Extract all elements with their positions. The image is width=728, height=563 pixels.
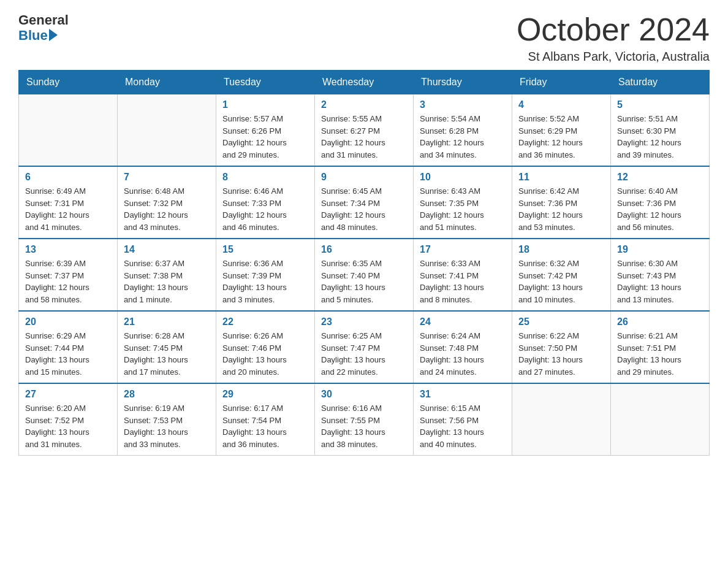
calendar-cell: 24Sunrise: 6:24 AM Sunset: 7:48 PM Dayli… <box>414 311 512 383</box>
day-info: Sunrise: 6:46 AM Sunset: 7:33 PM Dayligh… <box>222 185 308 233</box>
day-number: 15 <box>222 244 308 255</box>
calendar-cell: 5Sunrise: 5:51 AM Sunset: 6:30 PM Daylig… <box>611 94 710 167</box>
day-info: Sunrise: 6:36 AM Sunset: 7:39 PM Dayligh… <box>222 258 308 305</box>
day-info: Sunrise: 5:55 AM Sunset: 6:27 PM Dayligh… <box>321 113 407 161</box>
day-number: 31 <box>420 389 506 400</box>
day-number: 25 <box>518 316 604 327</box>
calendar-week-row: 6Sunrise: 6:49 AM Sunset: 7:31 PM Daylig… <box>19 166 710 239</box>
day-info: Sunrise: 6:20 AM Sunset: 7:52 PM Dayligh… <box>25 402 111 450</box>
calendar-cell: 11Sunrise: 6:42 AM Sunset: 7:36 PM Dayli… <box>512 166 611 239</box>
day-number: 6 <box>25 172 111 183</box>
day-info: Sunrise: 6:29 AM Sunset: 7:44 PM Dayligh… <box>25 330 111 378</box>
day-info: Sunrise: 6:25 AM Sunset: 7:47 PM Dayligh… <box>321 330 407 378</box>
day-number: 13 <box>25 244 111 255</box>
page-header: General Blue October 2024 St Albans Park… <box>18 12 710 64</box>
logo-arrow-icon <box>49 29 58 41</box>
day-info: Sunrise: 6:45 AM Sunset: 7:34 PM Dayligh… <box>321 185 407 233</box>
location-subtitle: St Albans Park, Victoria, Australia <box>517 50 710 64</box>
calendar-cell: 6Sunrise: 6:49 AM Sunset: 7:31 PM Daylig… <box>19 166 118 239</box>
calendar-cell: 25Sunrise: 6:22 AM Sunset: 7:50 PM Dayli… <box>512 311 611 383</box>
day-number: 5 <box>617 99 703 110</box>
day-number: 14 <box>124 244 210 255</box>
calendar-header-monday: Monday <box>118 71 216 94</box>
day-number: 27 <box>25 389 111 400</box>
calendar-cell: 21Sunrise: 6:28 AM Sunset: 7:45 PM Dayli… <box>118 311 216 383</box>
day-number: 19 <box>617 244 703 255</box>
day-number: 23 <box>321 316 407 327</box>
calendar-cell: 17Sunrise: 6:33 AM Sunset: 7:41 PM Dayli… <box>414 239 512 311</box>
day-number: 20 <box>25 316 111 327</box>
day-info: Sunrise: 6:35 AM Sunset: 7:40 PM Dayligh… <box>321 258 407 305</box>
logo-general: General <box>18 12 69 28</box>
day-info: Sunrise: 6:28 AM Sunset: 7:45 PM Dayligh… <box>124 330 210 378</box>
day-number: 10 <box>420 172 506 183</box>
calendar-cell: 14Sunrise: 6:37 AM Sunset: 7:38 PM Dayli… <box>118 239 216 311</box>
calendar-header-wednesday: Wednesday <box>315 71 414 94</box>
calendar-week-row: 13Sunrise: 6:39 AM Sunset: 7:37 PM Dayli… <box>19 239 710 311</box>
calendar-cell: 19Sunrise: 6:30 AM Sunset: 7:43 PM Dayli… <box>611 239 710 311</box>
day-number: 1 <box>222 99 308 110</box>
calendar-week-row: 1Sunrise: 5:57 AM Sunset: 6:26 PM Daylig… <box>19 94 710 167</box>
day-info: Sunrise: 6:16 AM Sunset: 7:55 PM Dayligh… <box>321 402 407 450</box>
calendar-header-saturday: Saturday <box>611 71 710 94</box>
calendar-cell <box>118 94 216 167</box>
calendar-cell: 29Sunrise: 6:17 AM Sunset: 7:54 PM Dayli… <box>216 383 315 456</box>
day-number: 3 <box>420 99 506 110</box>
day-info: Sunrise: 6:43 AM Sunset: 7:35 PM Dayligh… <box>420 185 506 233</box>
day-number: 17 <box>420 244 506 255</box>
calendar-cell: 31Sunrise: 6:15 AM Sunset: 7:56 PM Dayli… <box>414 383 512 456</box>
logo: General Blue <box>18 12 69 44</box>
calendar-header-sunday: Sunday <box>19 71 118 94</box>
calendar-header-thursday: Thursday <box>414 71 512 94</box>
calendar-cell: 28Sunrise: 6:19 AM Sunset: 7:53 PM Dayli… <box>118 383 216 456</box>
day-number: 22 <box>222 316 308 327</box>
calendar-cell: 3Sunrise: 5:54 AM Sunset: 6:28 PM Daylig… <box>414 94 512 167</box>
day-info: Sunrise: 6:17 AM Sunset: 7:54 PM Dayligh… <box>222 402 308 450</box>
day-info: Sunrise: 6:30 AM Sunset: 7:43 PM Dayligh… <box>617 258 703 305</box>
day-number: 7 <box>124 172 210 183</box>
calendar-table: SundayMondayTuesdayWednesdayThursdayFrid… <box>18 70 710 456</box>
day-info: Sunrise: 6:40 AM Sunset: 7:36 PM Dayligh… <box>617 185 703 233</box>
day-info: Sunrise: 6:24 AM Sunset: 7:48 PM Dayligh… <box>420 330 506 378</box>
calendar-cell: 18Sunrise: 6:32 AM Sunset: 7:42 PM Dayli… <box>512 239 611 311</box>
day-info: Sunrise: 6:21 AM Sunset: 7:51 PM Dayligh… <box>617 330 703 378</box>
calendar-week-row: 27Sunrise: 6:20 AM Sunset: 7:52 PM Dayli… <box>19 383 710 456</box>
calendar-cell: 23Sunrise: 6:25 AM Sunset: 7:47 PM Dayli… <box>315 311 414 383</box>
day-info: Sunrise: 6:48 AM Sunset: 7:32 PM Dayligh… <box>124 185 210 233</box>
day-number: 2 <box>321 99 407 110</box>
day-info: Sunrise: 6:15 AM Sunset: 7:56 PM Dayligh… <box>420 402 506 450</box>
title-area: October 2024 St Albans Park, Victoria, A… <box>517 12 710 64</box>
calendar-cell: 1Sunrise: 5:57 AM Sunset: 6:26 PM Daylig… <box>216 94 315 167</box>
calendar-cell: 10Sunrise: 6:43 AM Sunset: 7:35 PM Dayli… <box>414 166 512 239</box>
day-info: Sunrise: 6:42 AM Sunset: 7:36 PM Dayligh… <box>518 185 604 233</box>
day-number: 30 <box>321 389 407 400</box>
day-info: Sunrise: 6:37 AM Sunset: 7:38 PM Dayligh… <box>124 258 210 305</box>
day-info: Sunrise: 6:39 AM Sunset: 7:37 PM Dayligh… <box>25 258 111 305</box>
calendar-header-friday: Friday <box>512 71 611 94</box>
day-info: Sunrise: 6:49 AM Sunset: 7:31 PM Dayligh… <box>25 185 111 233</box>
calendar-cell: 9Sunrise: 6:45 AM Sunset: 7:34 PM Daylig… <box>315 166 414 239</box>
day-info: Sunrise: 6:26 AM Sunset: 7:46 PM Dayligh… <box>222 330 308 378</box>
day-info: Sunrise: 5:51 AM Sunset: 6:30 PM Dayligh… <box>617 113 703 161</box>
day-info: Sunrise: 5:57 AM Sunset: 6:26 PM Dayligh… <box>222 113 308 161</box>
calendar-cell <box>512 383 611 456</box>
calendar-cell: 26Sunrise: 6:21 AM Sunset: 7:51 PM Dayli… <box>611 311 710 383</box>
calendar-week-row: 20Sunrise: 6:29 AM Sunset: 7:44 PM Dayli… <box>19 311 710 383</box>
calendar-cell <box>611 383 710 456</box>
day-number: 24 <box>420 316 506 327</box>
calendar-cell: 8Sunrise: 6:46 AM Sunset: 7:33 PM Daylig… <box>216 166 315 239</box>
day-info: Sunrise: 6:33 AM Sunset: 7:41 PM Dayligh… <box>420 258 506 305</box>
calendar-cell: 13Sunrise: 6:39 AM Sunset: 7:37 PM Dayli… <box>19 239 118 311</box>
calendar-cell: 15Sunrise: 6:36 AM Sunset: 7:39 PM Dayli… <box>216 239 315 311</box>
day-info: Sunrise: 6:32 AM Sunset: 7:42 PM Dayligh… <box>518 258 604 305</box>
day-info: Sunrise: 5:54 AM Sunset: 6:28 PM Dayligh… <box>420 113 506 161</box>
day-number: 8 <box>222 172 308 183</box>
day-info: Sunrise: 5:52 AM Sunset: 6:29 PM Dayligh… <box>518 113 604 161</box>
day-number: 18 <box>518 244 604 255</box>
day-number: 9 <box>321 172 407 183</box>
day-number: 21 <box>124 316 210 327</box>
day-info: Sunrise: 6:19 AM Sunset: 7:53 PM Dayligh… <box>124 402 210 450</box>
day-number: 4 <box>518 99 604 110</box>
calendar-cell: 22Sunrise: 6:26 AM Sunset: 7:46 PM Dayli… <box>216 311 315 383</box>
calendar-cell: 20Sunrise: 6:29 AM Sunset: 7:44 PM Dayli… <box>19 311 118 383</box>
